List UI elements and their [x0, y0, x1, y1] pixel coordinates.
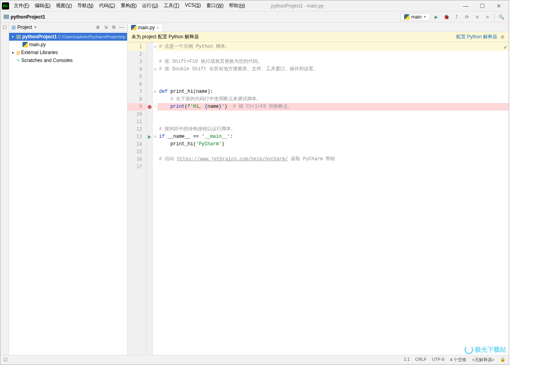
- menu-c[interactable]: 代码(C): [97, 1, 118, 10]
- line-number-gutter[interactable]: 1234567891011121314151617: [127, 42, 146, 355]
- sidebar-stripe[interactable]: ☐: [0, 23, 9, 355]
- configure-interpreter-link[interactable]: 配置 Python 解释器: [456, 34, 497, 40]
- line-number[interactable]: 11: [127, 118, 146, 126]
- line-number[interactable]: 2: [127, 51, 146, 58]
- stop-button[interactable]: ■: [483, 13, 492, 21]
- minimize-button[interactable]: ―: [457, 0, 474, 11]
- app-icon: PC: [2, 2, 9, 9]
- hide-icon[interactable]: ―: [118, 24, 125, 30]
- code-line[interactable]: [157, 118, 509, 126]
- menu-t[interactable]: 工具(T): [161, 1, 182, 10]
- code-line[interactable]: # 在下面的代码行中使用断点来调试脚本。: [157, 96, 509, 103]
- fold-icon[interactable]: ⊟: [153, 133, 157, 141]
- menu-u[interactable]: 运行(U): [140, 1, 161, 10]
- line-separator[interactable]: CRLF: [415, 357, 427, 363]
- menu-e[interactable]: 编辑(E): [32, 1, 53, 10]
- profile-button[interactable]: ⟳: [463, 13, 471, 21]
- indent-info[interactable]: 4 个空格: [450, 357, 466, 363]
- inspection-ok-icon[interactable]: ✔: [504, 44, 507, 51]
- code-line[interactable]: # 按间距中的绿色按钮以运行脚本。: [157, 126, 509, 133]
- code-line[interactable]: # 按 Shift+F10 执行或将其替换为您的代码。: [157, 58, 509, 66]
- tree-external-libraries[interactable]: ▸ ||| External Libraries: [9, 49, 127, 56]
- project-panel-title[interactable]: Project: [17, 24, 32, 30]
- line-number[interactable]: 6: [127, 81, 146, 88]
- chevron-down-icon[interactable]: ▾: [11, 35, 15, 39]
- settings-icon[interactable]: ⚙: [111, 24, 117, 30]
- interpreter-status[interactable]: <无解释器>: [472, 357, 495, 363]
- breakpoint-icon[interactable]: [148, 105, 152, 109]
- chevron-down-icon[interactable]: ▼: [34, 25, 37, 29]
- lock-icon[interactable]: 🔒: [500, 357, 506, 363]
- breadcrumb[interactable]: pythonProject1: [4, 14, 45, 20]
- fold-icon[interactable]: └: [153, 103, 157, 111]
- line-number[interactable]: 7: [127, 88, 146, 96]
- run-button[interactable]: ▶: [432, 13, 440, 21]
- tree-root[interactable]: ▾ pythonProject1 C:\Users\admin\PycharmP…: [9, 33, 127, 41]
- code-line[interactable]: # 这是一个示例 Python 脚本。: [157, 43, 509, 51]
- close-button[interactable]: ✕: [491, 0, 507, 11]
- code-line[interactable]: def print_hi(name):: [157, 88, 509, 96]
- fold-icon[interactable]: ⊟: [153, 43, 157, 51]
- tool-window-toggle-icon[interactable]: ☐: [4, 357, 7, 362]
- line-number[interactable]: 12: [127, 126, 146, 133]
- menu-h[interactable]: 帮助(H): [227, 1, 247, 10]
- code-line[interactable]: [157, 73, 509, 81]
- caret-position[interactable]: 1:1: [404, 357, 410, 363]
- code-line[interactable]: print_hi('PyCharm'): [157, 141, 509, 148]
- tree-file[interactable]: main.py: [9, 41, 127, 49]
- line-number[interactable]: 15: [127, 148, 146, 156]
- run-gutter-icon[interactable]: [148, 135, 151, 139]
- search-everywhere-button[interactable]: 🔍: [497, 13, 506, 21]
- file-encoding[interactable]: UTF-8: [432, 357, 444, 363]
- run-with-coverage-button[interactable]: ⤴: [452, 13, 461, 21]
- banner-settings-icon[interactable]: ⚙: [500, 34, 505, 40]
- menu-r[interactable]: 重构(R): [118, 1, 139, 10]
- code-line[interactable]: [157, 163, 509, 171]
- gutter-icons[interactable]: [146, 42, 153, 355]
- fold-icon: [153, 148, 157, 156]
- python-file-icon: [131, 25, 137, 30]
- line-number[interactable]: 1: [127, 43, 146, 51]
- code-line[interactable]: [157, 111, 509, 118]
- line-number[interactable]: 16: [127, 156, 146, 163]
- menu-v[interactable]: 视图(V): [54, 1, 74, 10]
- run-configuration-selector[interactable]: main ▼: [401, 13, 430, 21]
- line-number[interactable]: 10: [127, 111, 146, 118]
- line-number[interactable]: 9: [127, 103, 146, 111]
- code-line[interactable]: [157, 148, 509, 156]
- expand-all-icon[interactable]: ⇲: [103, 24, 109, 30]
- tree-scratches[interactable]: ✎ Scratches and Consoles: [9, 56, 127, 64]
- code-editor[interactable]: 1234567891011121314151617 ⊟⊟⊟└⊟ ✔ # 这是一个…: [127, 42, 509, 355]
- fold-column[interactable]: ⊟⊟⊟└⊟: [153, 42, 157, 355]
- code-line[interactable]: if __name__ == '__main__':: [157, 133, 509, 141]
- maximize-button[interactable]: ☐: [474, 0, 491, 11]
- code-content[interactable]: ✔ # 这是一个示例 Python 脚本。# 按 Shift+F10 执行或将其…: [157, 42, 509, 355]
- line-number[interactable]: 14: [127, 141, 146, 148]
- code-line[interactable]: print(f'Hi, {name}') # 按 Ctrl+F8 切换断点。: [157, 103, 509, 111]
- line-number[interactable]: 17: [127, 163, 146, 171]
- fold-icon[interactable]: ⊟: [153, 66, 157, 73]
- attach-button[interactable]: ≡: [473, 13, 481, 21]
- python-icon: [404, 14, 410, 20]
- line-number[interactable]: 4: [127, 66, 146, 73]
- line-number[interactable]: 13: [127, 133, 146, 141]
- fold-icon[interactable]: ⊟: [153, 88, 157, 96]
- code-line[interactable]: # 访问 https://www.jetbrains.com/help/pych…: [157, 156, 509, 163]
- select-opened-file-icon[interactable]: ⊕: [95, 24, 101, 30]
- line-number[interactable]: 5: [127, 73, 146, 81]
- code-line[interactable]: # 按 Double Shift 在所有地方搜索类、文件、工具窗口、操作和设置。: [157, 66, 509, 73]
- code-line[interactable]: [157, 81, 509, 88]
- close-tab-icon[interactable]: ✕: [156, 26, 159, 30]
- chevron-right-icon[interactable]: ▸: [11, 51, 15, 54]
- debug-button[interactable]: 🐞: [442, 13, 451, 21]
- editor-tab-main[interactable]: main.py ✕: [127, 23, 163, 32]
- project-tree[interactable]: ▾ pythonProject1 C:\Users\admin\PycharmP…: [9, 32, 127, 65]
- line-number[interactable]: 3: [127, 58, 146, 66]
- menu-w[interactable]: 窗口(W): [204, 1, 226, 10]
- code-line[interactable]: [157, 51, 509, 58]
- interpreter-warning-banner: 未为 project 配置 Python 解释器 配置 Python 解释器 ⚙: [127, 32, 509, 42]
- menu-n[interactable]: 导航(N): [75, 1, 96, 10]
- menu-s[interactable]: VCS(S): [182, 1, 203, 10]
- menu-f[interactable]: 文件(F): [11, 1, 32, 10]
- line-number[interactable]: 8: [127, 96, 146, 103]
